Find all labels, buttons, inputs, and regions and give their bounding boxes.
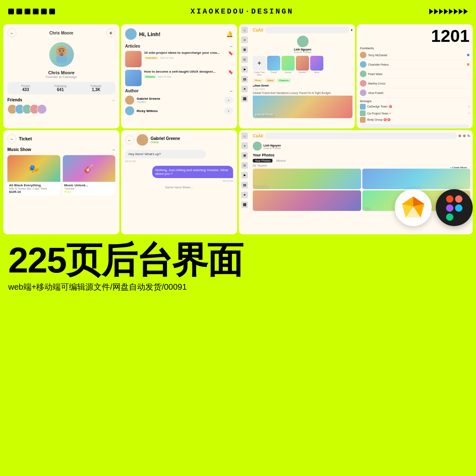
ticket-card-2: 🎸 Music Unlock... Youtube Free: [63, 155, 116, 195]
author-item-1: Gabriel Greene Yandex +: [125, 96, 233, 105]
ticket-back-btn[interactable]: ←: [7, 134, 16, 143]
group-count-1: 8: [468, 105, 469, 108]
contact-status-2: [467, 63, 469, 66]
contact-name-2: Charlotte Peters: [368, 63, 465, 66]
story-2[interactable]: Aurora: [281, 56, 295, 76]
contact-name-4: Martha Cross: [368, 82, 469, 85]
sidebar2-icon-shortcuts[interactable]: ⬛: [241, 201, 248, 208]
social2-profile-avatar: [253, 142, 262, 151]
sidebar-icon-feed[interactable]: ≡: [241, 37, 248, 43]
sidebar-icon-shortcuts[interactable]: ⬛: [241, 96, 248, 102]
sidebar2-icon-event[interactable]: ◎: [241, 162, 248, 169]
articles-section-label: Articles: [125, 44, 140, 48]
sidebar-icon-free[interactable]: ★: [241, 86, 248, 92]
brand-title: XIAOKEDOU·DESINGN: [190, 7, 294, 16]
follow-btn-1[interactable]: +: [224, 97, 233, 103]
stat-following: Following 641: [54, 85, 66, 92]
filter-recent[interactable]: Recent: [258, 164, 267, 167]
social-profile-mini: Linh Nguyen Grow & Traveler: [253, 36, 352, 53]
post-photo-btn[interactable]: Photo: [253, 78, 263, 82]
notification-bell-icon[interactable]: 🔔: [226, 31, 233, 37]
header-arrows: [429, 9, 468, 14]
dot-6: [49, 9, 55, 14]
sidebar2-icon-home[interactable]: ⌂: [241, 133, 248, 139]
follower-val: 1,3K: [91, 87, 101, 92]
screen-profile: ← Chris Moore + Chris Moore Founder at C…: [3, 24, 119, 128]
sidebar2-icon-photos[interactable]: 🖼: [241, 182, 248, 188]
sidebar-icon-video[interactable]: ▶: [241, 66, 248, 73]
dot-5: [41, 9, 47, 14]
articles-section-header: Articles →: [125, 44, 233, 48]
articles-user-avatar: [125, 28, 137, 40]
social2-search[interactable]: [265, 133, 457, 139]
contact-avatar-3: [360, 71, 366, 77]
articles-see-more[interactable]: →: [229, 44, 233, 48]
article-tag-2: Process: [144, 75, 156, 78]
sidebar2-icon-video[interactable]: ▶: [241, 172, 248, 178]
contact-item-5: Vera Powell: [360, 89, 469, 98]
social2-settings-icon[interactable]: ⚙: [463, 134, 466, 138]
contacts-search[interactable]: [360, 124, 469, 128]
chat-time-1: 08:20 AM: [125, 160, 233, 162]
ticket-img-1: 🎭: [7, 155, 60, 182]
bookmark-icon-2[interactable]: 🔖: [228, 70, 233, 74]
chat-typing-indicator: Same here! Been...: [125, 185, 233, 189]
article-thumb-1: [125, 51, 142, 67]
story-3[interactable]: Another: [296, 56, 309, 76]
sidebar-icon-home[interactable]: ⌂: [241, 27, 248, 33]
sidebar-icon-event[interactable]: ◎: [241, 56, 248, 63]
social-search-bar[interactable]: [265, 27, 349, 33]
follow-btn-2[interactable]: +: [224, 108, 233, 114]
photo-tabs: Your Photos Albums: [253, 159, 470, 162]
story-1[interactable]: Friend: [267, 56, 280, 76]
post-checkin-btn[interactable]: Check-in: [277, 78, 291, 82]
post-image: UNIVERSAL: [253, 96, 352, 118]
svg-point-16: [455, 204, 462, 212]
sidebar2-icon-feed[interactable]: ≡: [241, 142, 248, 149]
story-4[interactable]: More: [310, 56, 323, 76]
chat-msg-text-2: Nothing, Just chilling and watching Yout…: [156, 168, 228, 176]
sidebar-icon-frames[interactable]: ▦: [241, 46, 248, 53]
social-profile-name: Linh Nguyen: [294, 48, 311, 51]
profile-plus-btn[interactable]: +: [106, 28, 115, 37]
contact-item-3: Pearl Ward: [360, 71, 469, 79]
friends-section-header: Friends →: [7, 98, 115, 102]
tab-your-photos[interactable]: Your Photos: [253, 159, 272, 162]
post-author: Lihan Greer: [253, 84, 352, 87]
profile-nav: ← Chris Moore +: [7, 28, 115, 37]
story-create[interactable]: + Create Your Story: [253, 56, 266, 76]
bookmark-icon-1[interactable]: 🔖: [228, 51, 233, 55]
photos-val: 433: [21, 87, 30, 92]
post-title: Global Travel And Vacations Luxury Trave…: [253, 92, 352, 94]
arrow-7: [459, 9, 463, 14]
chat-contact-name: Gabriel Greene: [151, 136, 180, 141]
social-profile-sub: Grow & Traveler: [294, 51, 311, 53]
sidebar2-icon-free[interactable]: ★: [241, 192, 248, 198]
social2-gear-icon[interactable]: ⚙: [458, 134, 461, 138]
group-icon-2: [360, 110, 366, 116]
social-main-content: CaAll ▾ Linh Nguyen Grow & Traveler + Cr…: [250, 24, 355, 128]
author-item-2: Ricky Wilkins +: [125, 106, 233, 115]
post-video-btn[interactable]: Video: [265, 78, 275, 82]
social2-refresh-icon[interactable]: ↻: [467, 134, 470, 138]
articles-header: Hi, Linh! 🔔: [125, 28, 233, 40]
sidebar-icon-photos[interactable]: 🖼: [241, 76, 248, 82]
figma-logo: [436, 189, 473, 226]
chat-back-btn[interactable]: ←: [125, 135, 134, 144]
photo-item-2: [362, 169, 471, 189]
profile-back-btn[interactable]: ←: [7, 28, 16, 37]
social2-profile-row: Linh Nguyen Grow & Traveler: [253, 142, 470, 151]
sidebar2-icon-frames[interactable]: ▦: [241, 152, 248, 159]
friends-arrow-icon[interactable]: →: [111, 98, 115, 102]
tab-albums[interactable]: Albums: [274, 159, 288, 162]
music-show-arrow[interactable]: →: [112, 148, 115, 152]
header-dots: [8, 9, 55, 14]
ticket-name-1: All Black Everything: [9, 183, 59, 187]
svg-rect-13: [455, 195, 462, 203]
filter-all[interactable]: All: [253, 164, 256, 167]
author-see-more[interactable]: →: [229, 89, 233, 93]
screen-chat: ← Gabriel Greene Online Hey there! What'…: [121, 130, 237, 234]
screenshots-grid: ← Chris Moore + Chris Moore Founder at C…: [0, 23, 476, 236]
svg-rect-15: [446, 213, 453, 221]
main-title: 225页后台界面: [8, 242, 468, 278]
